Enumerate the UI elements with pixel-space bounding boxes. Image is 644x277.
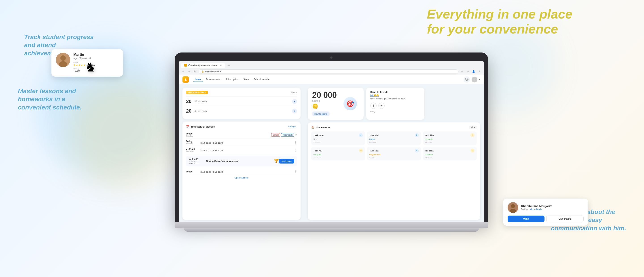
schedule-info-2: Start: 12:00 | End: 12:45 xyxy=(200,141,292,145)
trophy-icon: 🏆 xyxy=(274,159,279,164)
nav-link-subscription[interactable]: Subscription xyxy=(223,77,240,82)
trainer-name: Khabibullina Margarita xyxy=(521,204,552,208)
hw-status-6: Forgot to do it xyxy=(369,153,418,156)
hw-task-icon-8: ☆ xyxy=(470,133,474,137)
reschedule-btn[interactable]: Reschedule xyxy=(281,133,294,137)
vk-social-btn[interactable]: В xyxy=(370,103,376,109)
scoring-card: 20 000 Scoring 🪙 How to spend 🎯 xyxy=(308,88,364,120)
nav-link-achievements[interactable]: Achievements xyxy=(204,77,223,82)
trainer-info: Khabibullina Margarita Trainer More deta… xyxy=(521,204,552,211)
annotation-master: Master lessons and homeworks in a conven… xyxy=(18,87,82,111)
schedule-time-3: Start: 12:00 | End: 12:45 xyxy=(200,149,224,152)
homework-grid: Task №10 ✏ New 23.06.22 Task №9 ✗ xyxy=(311,131,477,160)
back-btn[interactable]: ← xyxy=(181,69,186,74)
nav-link-school[interactable]: School website xyxy=(252,77,272,82)
schedule-date-3: 27.06.24 Tuesday xyxy=(186,148,198,152)
schedule-menu-btn-today[interactable]: ⋮ xyxy=(294,170,297,173)
subscription-balance-label: balance xyxy=(290,91,297,94)
hw-task-5[interactable]: Task №5 ☆ complete 11.06.22 xyxy=(423,147,477,160)
chess-mascot-icon: ♞ xyxy=(85,60,96,74)
url-text: chessfirst.online xyxy=(205,70,222,73)
copy-link-btn[interactable]: Copy xyxy=(370,111,420,113)
extensions-icon[interactable]: ⧉ xyxy=(466,69,470,74)
schedule-weekday-2: Sunday xyxy=(186,143,198,145)
hw-task-7[interactable]: Task №7 ☆ complete 23.06.22 xyxy=(311,147,365,160)
nav-link-main[interactable]: Main xyxy=(193,77,203,82)
tab-favicon xyxy=(184,64,187,67)
star-icon[interactable]: ☆ xyxy=(460,69,464,74)
trainer-avatar xyxy=(508,202,518,213)
svg-point-4 xyxy=(511,204,515,208)
logo-chess-icon: ♟ xyxy=(184,78,187,81)
send-friends-card: Send to friends link 😊😊 Refer a friend, … xyxy=(366,88,424,120)
schedule-time-today: Start: 12:00 | End: 12:45 xyxy=(200,171,224,173)
cancel-btn[interactable]: Cancel xyxy=(271,133,280,137)
menu-icon[interactable]: ⋮ xyxy=(477,69,482,74)
participate-btn[interactable]: Participate xyxy=(279,159,294,164)
hw-task-icon-7: ☆ xyxy=(359,149,363,153)
homework-card: 🏠 Home works All ▾ Task №10 xyxy=(308,122,480,220)
hw-task-name-7: Task №7 xyxy=(314,149,322,152)
schedule-day-2: Today xyxy=(186,140,198,143)
level-stars: ★★★★★ xyxy=(73,64,86,67)
schedule-item-1: Today Sunday Cancel Reschedule ✕ xyxy=(186,131,297,139)
hw-date-6: 03.06.22 xyxy=(369,157,418,159)
headline-text: Everything in one place for your conveni… xyxy=(427,7,572,36)
lock-icon: 🔒 xyxy=(202,70,204,73)
trainer-more-details-link[interactable]: More details xyxy=(530,208,542,211)
write-trainer-btn[interactable]: Write xyxy=(508,216,544,222)
schedule-day-3: 27.06.24 xyxy=(186,148,198,150)
hw-status-9: Check xyxy=(369,138,418,140)
scoring-number: 20 000 xyxy=(312,91,337,99)
refresh-btn[interactable]: ↻ xyxy=(193,69,197,74)
dropdown-chevron-icon[interactable]: ▾ xyxy=(479,78,480,81)
homework-title: 🏠 Home works xyxy=(311,126,330,129)
tournament-name: Spring Gran-Prix tournament xyxy=(206,160,272,162)
telegram-social-btn[interactable]: ✈ xyxy=(378,103,384,109)
hw-status-8: complete xyxy=(425,138,474,140)
hw-status-10: New xyxy=(314,138,363,140)
user-avatar-btn[interactable]: M xyxy=(472,77,478,82)
hw-date-5: 11.06.22 xyxy=(425,157,474,159)
subscription-badge: SUBSCRIPTIONS xyxy=(186,91,208,94)
scoring-icon-circle: 🎯 xyxy=(344,97,357,110)
browser-tab-active[interactable]: Онлайн-обучение в шахмат... ✕ xyxy=(181,63,225,68)
hw-task-6[interactable]: Task №6 ✗ Forgot to do it 03.06.22 xyxy=(367,147,421,160)
laptop-base xyxy=(175,222,488,228)
hw-task-10[interactable]: Task №10 ✏ New 23.06.22 xyxy=(311,131,365,145)
laptop-bottom xyxy=(184,228,479,232)
friends-link[interactable]: link 😊😊 xyxy=(370,94,420,96)
sub-add-btn-1[interactable]: + xyxy=(292,99,297,104)
forward-btn[interactable]: → xyxy=(187,69,192,74)
how-to-spend-btn[interactable]: How to spend xyxy=(312,111,330,116)
homework-filter[interactable]: All ▾ xyxy=(469,126,477,129)
profile-avatar xyxy=(56,53,70,67)
give-thanks-btn[interactable]: Give thanks xyxy=(546,216,584,222)
sub-add-btn-2[interactable]: + xyxy=(292,109,297,113)
hw-task-9[interactable]: Task №9 ✗ Check 25.06.22 xyxy=(367,131,421,145)
new-tab-btn[interactable]: + xyxy=(226,62,232,68)
chat-icon-btn[interactable]: 💬 xyxy=(464,76,470,83)
trainer-role-row: Trainer More details xyxy=(521,208,552,211)
schedule-menu-btn-2[interactable]: ⋮ xyxy=(294,141,297,144)
app-body: SUBSCRIPTIONS balance 20 45 min each + 2… xyxy=(179,84,484,222)
profile-name: Martin xyxy=(73,53,118,57)
open-calendar-btn[interactable]: Open calendar xyxy=(186,175,297,179)
tab-close-btn[interactable]: ✕ xyxy=(220,64,222,66)
profile-icon[interactable]: 👤 xyxy=(471,69,476,74)
trainer-header: Khabibullina Margarita Trainer More deta… xyxy=(508,202,584,213)
hw-task-name-5: Task №5 xyxy=(425,149,434,152)
hw-task-8[interactable]: Task №8 ☆ complete 11.06.22 xyxy=(423,131,477,145)
hw-task-icon-6: ✗ xyxy=(415,149,419,153)
hw-task-icon-10: ✏ xyxy=(359,133,363,137)
hw-status-7: complete xyxy=(314,153,363,156)
app-logo[interactable]: ♟ xyxy=(182,76,189,83)
browser-tabs: Онлайн-обучение в шахмат... ✕ + xyxy=(179,61,484,68)
nav-link-store[interactable]: Store xyxy=(241,77,251,82)
address-bar[interactable]: 🔒 chessfirst.online xyxy=(198,69,458,74)
sub-detail-1: 45 min each xyxy=(194,100,206,103)
close-schedule-btn[interactable]: ✕ xyxy=(295,133,297,137)
schedule-menu-btn-3[interactable]: ⋮ xyxy=(294,149,297,152)
schedule-info-today: Start: 12:00 | End: 12:45 xyxy=(200,170,292,174)
change-timetable-btn[interactable]: Change xyxy=(287,125,297,128)
